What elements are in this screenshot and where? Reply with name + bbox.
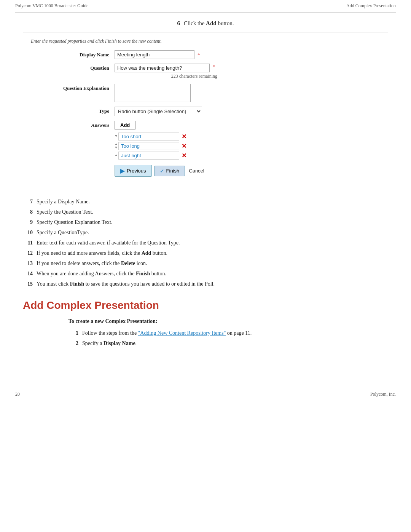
answer-input-2[interactable] xyxy=(118,142,179,150)
step-text: Enter text for each valid answer, if ava… xyxy=(37,239,388,247)
previous-icon: ▶ xyxy=(120,167,125,174)
finish-label: Finish xyxy=(166,168,180,174)
answers-label: Answers xyxy=(31,121,115,128)
previous-button[interactable]: ▶ Previous xyxy=(115,165,152,177)
list-item: 13 If you need to delete answers, click … xyxy=(23,259,388,267)
section-title: Add Complex Presentation xyxy=(23,299,388,312)
answer-arrows-1: ▼ xyxy=(115,135,118,138)
step6-heading: 6 Click the Add button. xyxy=(23,20,388,27)
arrow-down-icon[interactable]: ▼ xyxy=(115,146,118,150)
arrow-down-icon[interactable]: ▼ xyxy=(115,135,118,138)
display-name-field: * xyxy=(115,50,380,59)
sub-step-number: 1 xyxy=(68,329,82,337)
finish-button[interactable]: ✓ Finish xyxy=(154,166,185,176)
list-item: 8 Specify the Question Text. xyxy=(23,208,388,216)
step-number: 15 xyxy=(23,280,37,288)
step-number: 9 xyxy=(23,218,37,226)
type-row: Type Radio button (Single Selection) xyxy=(31,107,380,116)
step-text: Specify Question Explanation Text. xyxy=(37,218,388,226)
question-required: * xyxy=(213,64,215,70)
step-number: 7 xyxy=(23,198,37,206)
step-number: 13 xyxy=(23,259,37,267)
step-text: You must click Finish to save the questi… xyxy=(37,280,388,288)
type-label: Type xyxy=(31,107,115,114)
display-name-row: Display Name * xyxy=(31,50,380,59)
answer-arrows-2: ▲ ▼ xyxy=(115,143,118,150)
sub-step-number: 2 xyxy=(68,339,82,347)
answer-item: ▲ ✕ xyxy=(115,152,380,160)
step-text: Specify the Question Text. xyxy=(37,208,388,216)
question-label: Question xyxy=(31,64,115,71)
answer-item: ▲ ▼ ✕ xyxy=(115,142,380,150)
answers-row: Answers Add ▼ ✕ ▲ ▼ xyxy=(31,121,380,177)
explanation-row: Question Explanation xyxy=(31,84,380,102)
step-number: 12 xyxy=(23,249,37,257)
explanation-label: Question Explanation xyxy=(31,84,115,91)
type-select[interactable]: Radio button (Single Selection) xyxy=(115,107,202,116)
list-item: 1 Follow the steps from the "Adding New … xyxy=(68,329,388,337)
step6-label: Click the Add button. xyxy=(184,20,234,26)
list-item: 9 Specify Question Explanation Text. xyxy=(23,218,388,226)
answer-item: ▼ ✕ xyxy=(115,133,380,141)
page-footer: 20 Polycom, Inc. xyxy=(0,388,411,401)
display-name-input[interactable] xyxy=(115,50,194,59)
question-field: * 223 characters remaining xyxy=(115,64,380,79)
list-item: 12 If you need to add more answers field… xyxy=(23,249,388,257)
previous-label: Previous xyxy=(127,168,146,174)
add-answer-button[interactable]: Add xyxy=(115,121,135,129)
repo-items-link[interactable]: "Adding New Content Repository Items" xyxy=(138,330,226,336)
display-name-label: Display Name xyxy=(31,50,115,58)
list-item: 10 Specify a QuestionType. xyxy=(23,228,388,236)
answer-arrows-3: ▲ xyxy=(115,154,118,157)
procedure-label: To create a new Complex Presentation: xyxy=(68,318,388,324)
step-number: 10 xyxy=(23,228,37,236)
step6-number: 6 xyxy=(177,20,180,26)
step-text: Specify a QuestionType. xyxy=(37,228,388,236)
question-row: Question * 223 characters remaining xyxy=(31,64,380,79)
header-right: Add Complex Presentation xyxy=(346,3,396,9)
delete-answer-1-button[interactable]: ✕ xyxy=(182,134,186,140)
steps-list: 7 Specify a Display Name. 8 Specify the … xyxy=(23,198,388,288)
answer-input-1[interactable] xyxy=(118,133,179,141)
form-note: Enter the requested properties and click… xyxy=(31,38,380,44)
question-input[interactable] xyxy=(115,64,210,72)
answers-area: Add ▼ ✕ ▲ ▼ ✕ xyxy=(115,121,380,177)
list-item: 7 Specify a Display Name. xyxy=(23,198,388,206)
display-name-required: * xyxy=(198,52,200,58)
step-number: 11 xyxy=(23,239,37,247)
list-item: 11 Enter text for each valid answer, if … xyxy=(23,239,388,247)
footer-company: Polycom, Inc. xyxy=(370,391,396,397)
main-content: 6 Click the Add button. Enter the reques… xyxy=(0,13,411,365)
header-left: Polycom VMC 1000 Broadcaster Guide xyxy=(15,3,88,9)
type-field: Radio button (Single Selection) xyxy=(115,107,380,116)
sub-step-text: Follow the steps from the "Adding New Co… xyxy=(82,329,388,337)
finish-icon: ✓ xyxy=(160,168,164,174)
list-item: 2 Specify a Display Name. xyxy=(68,339,388,347)
form-box: Enter the requested properties and click… xyxy=(23,32,388,189)
step-text: When you are done adding Answers, click … xyxy=(37,270,388,278)
form-buttons: ▶ Previous ✓ Finish Cancel xyxy=(115,165,380,177)
answer-input-3[interactable] xyxy=(118,152,179,160)
cancel-link[interactable]: Cancel xyxy=(189,168,204,174)
step-number: 8 xyxy=(23,208,37,216)
explanation-input[interactable] xyxy=(115,84,191,102)
list-item: 15 You must click Finish to save the que… xyxy=(23,280,388,288)
subsection: To create a new Complex Presentation: 1 … xyxy=(23,318,388,347)
delete-answer-2-button[interactable]: ✕ xyxy=(182,143,186,149)
page-header: Polycom VMC 1000 Broadcaster Guide Add C… xyxy=(0,0,411,12)
step-text: If you need to add more answers fields, … xyxy=(37,249,388,257)
explanation-field xyxy=(115,84,380,102)
sub-step-text: Specify a Display Name. xyxy=(82,339,388,347)
step-text: Specify a Display Name. xyxy=(37,198,388,206)
list-item: 14 When you are done adding Answers, cli… xyxy=(23,270,388,278)
chars-remaining: 223 characters remaining xyxy=(115,73,217,79)
arrow-up-icon[interactable]: ▲ xyxy=(115,154,118,157)
step-text: If you need to delete answers, click the… xyxy=(37,259,388,267)
footer-page-number: 20 xyxy=(15,391,20,397)
delete-answer-3-button[interactable]: ✕ xyxy=(182,153,186,159)
step-number: 14 xyxy=(23,270,37,278)
sub-steps-list: 1 Follow the steps from the "Adding New … xyxy=(68,329,388,347)
